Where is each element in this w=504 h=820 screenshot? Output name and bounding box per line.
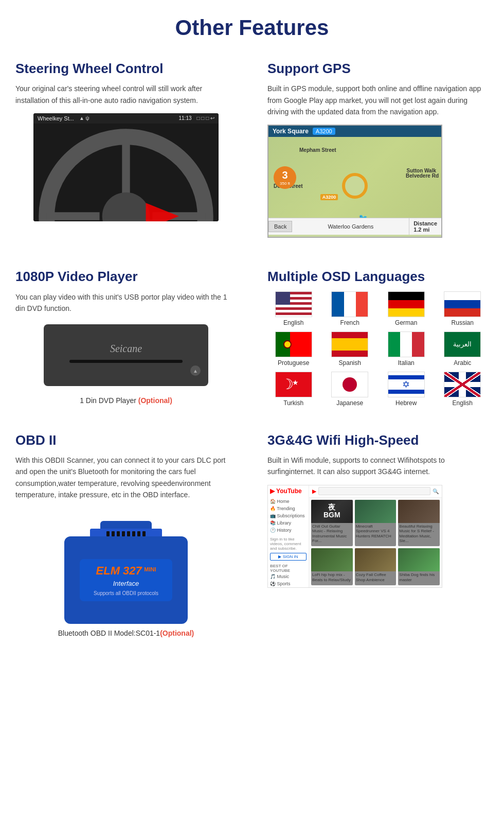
steering-topbar: Wheelkey St... ▲ ψ 11:13 □ □ □ ↩ [33, 113, 219, 124]
yt-videos-grid: 夜BGM Chill Out Guitar Music - Relaxing I… [309, 498, 442, 587]
flag-russia [444, 291, 481, 317]
japan-flag-inner [332, 372, 368, 397]
italy-red [412, 332, 424, 357]
german-label: German [395, 319, 417, 326]
page-title: Other Features [0, 0, 504, 50]
lang-english-uk: English [437, 372, 489, 407]
flag-germany [388, 291, 425, 317]
roundabout [342, 173, 368, 199]
yt-search-box[interactable] [318, 487, 430, 495]
wifi-body: Built in Wifi module, supports to connec… [267, 455, 489, 478]
lang-turkish: ☽ ★ Turkish [267, 372, 320, 407]
yt-video-5-title: Cozy Fall Coffee Shop Ambience [355, 571, 397, 583]
app-name-label: Wheelkey St... [38, 115, 74, 121]
lang-portuguese: Protuguese [267, 332, 320, 367]
lang-russian: Russian [437, 291, 489, 326]
yt-home: 🏠 Home [270, 498, 307, 505]
yt-video-1-title: Chill Out Guitar Music - Relaxing Instru… [311, 523, 353, 545]
time-label: 11:13 [179, 115, 192, 121]
obd-elm-label: ELM 327 MINI [88, 564, 164, 578]
italy-flag-inner [388, 332, 424, 357]
english-uk-label: English [453, 399, 473, 407]
israel-flag-inner: ✡ [388, 372, 424, 397]
yt-video-2: Minecraft Speedrunner VS 4 Hunters REMAT… [355, 500, 397, 547]
pin1 [106, 531, 110, 536]
gps-back-button[interactable]: Back [268, 221, 292, 232]
spain-yellow [332, 338, 368, 351]
flag-saudi: العربية [444, 332, 481, 357]
lang-french: French [324, 291, 376, 326]
gps-body: Built in GPS module, support both online… [267, 83, 489, 117]
yt-sidebar: ▶ YouTube 🏠 Home 🔥 Trending 📺 Subscripti… [268, 485, 309, 587]
video-body: You can play video with this unit's USB … [15, 291, 237, 315]
obd-elm-text: ELM 327 [96, 564, 142, 577]
gps-map-header: York Square A3200 [268, 126, 441, 137]
lang-italian: Italian [380, 332, 433, 367]
russian-label: Russian [452, 319, 474, 326]
gps-map: York Square A3200 Mepham Street Sutton W… [267, 125, 442, 238]
obd-title: OBD II [15, 432, 237, 448]
yt-thumb-1-text: 夜BGM [322, 502, 341, 520]
germany-gold [388, 308, 424, 317]
pin2 [112, 531, 115, 536]
germany-flag-inner [388, 292, 424, 317]
italy-white [400, 332, 412, 357]
yt-thumb-2-img [355, 500, 397, 523]
pin6 [132, 531, 135, 536]
flag-spain [331, 332, 368, 357]
obd-label-box: ELM 327 MINI Interface Supports all OBDI… [80, 559, 172, 601]
yt-video-1: 夜BGM Chill Out Guitar Music - Relaxing I… [311, 500, 353, 547]
obd-caption-prefix: Bluetooth OBD II Model:SC01-1 [58, 629, 160, 637]
yt-search-icon[interactable]: 🔍 [433, 488, 439, 494]
israel-stripe-bottom [388, 390, 424, 394]
obd-mini-text: MINI [144, 566, 156, 572]
israel-stripe-top [388, 375, 424, 379]
flag-usa [275, 291, 312, 317]
russia-blue [444, 300, 480, 308]
dvd-eject-button[interactable]: ▲ [190, 365, 201, 376]
usa-canton [276, 292, 290, 305]
japanese-label: Japanese [336, 399, 363, 407]
obd-device-container: ELM 327 MINI Interface Supports all OBDI… [64, 521, 188, 624]
usa-stripes [276, 292, 312, 317]
yt-thumb-3-img [398, 500, 440, 523]
yt-thumb-6-img [398, 548, 440, 571]
languages-title: Multiple OSD Languages [267, 269, 489, 285]
uk-red-cross [444, 372, 480, 397]
wifi-title: 3G&4G Wifi High-Speed [267, 432, 489, 448]
italy-green [388, 332, 400, 357]
russia-flag-inner [444, 292, 480, 317]
steering-image: Wheelkey St... ▲ ψ 11:13 □ □ □ ↩ [33, 113, 219, 221]
lang-japanese: Japanese [324, 372, 376, 407]
turkey-star: ★ [292, 378, 299, 387]
yt-thumb-1-img: 夜BGM [311, 500, 353, 523]
yt-best-of: BEST OF YOUTUBE [270, 564, 307, 573]
flag-japan [331, 372, 368, 397]
flag-italy [388, 332, 425, 357]
portugal-flag-inner [276, 332, 312, 357]
steering-title: Steering Wheel Control [15, 61, 237, 77]
italian-label: Italian [398, 359, 415, 367]
yt-video-2-title: Minecraft Speedrunner VS 4 Hunters REMAT… [355, 523, 397, 540]
japan-circle [343, 377, 357, 392]
french-label: French [340, 319, 359, 326]
yt-logo: ▶ YouTube [270, 487, 307, 495]
obd-caption: Bluetooth OBD II Model:SC01-1(Optional) [15, 629, 237, 637]
youtube-mockup: ▶ YouTube 🏠 Home 🔥 Trending 📺 Subscripti… [267, 485, 442, 588]
pin7 [137, 531, 140, 536]
steering-body: Your original car's steering wheel contr… [15, 83, 237, 106]
steering-wheel-icon [33, 124, 219, 221]
arabic-label: Arabic [454, 359, 471, 367]
dvd-caption-optional: (Optional) [138, 396, 172, 405]
yt-video-3-title: Beautiful Relaxing Music for S Relief - … [398, 523, 440, 545]
english-label: English [283, 319, 303, 326]
dvd-player-image: Seicane ▲ [44, 324, 208, 386]
yt-video-4-title: LoFi hip hop mix - Beats to Relax/Study [311, 571, 353, 583]
yt-header-logo: ▶ [312, 488, 316, 494]
distance-ft: 350 ft [280, 181, 290, 186]
obd-main-body: ELM 327 MINI Interface Supports all OBDI… [64, 536, 188, 624]
portuguese-label: Protuguese [278, 359, 309, 367]
yt-signin-button[interactable]: ▶ SIGN IN [270, 553, 307, 561]
pin4 [122, 531, 125, 536]
gps-distance-value: Distance 1.2 mi [409, 218, 441, 235]
